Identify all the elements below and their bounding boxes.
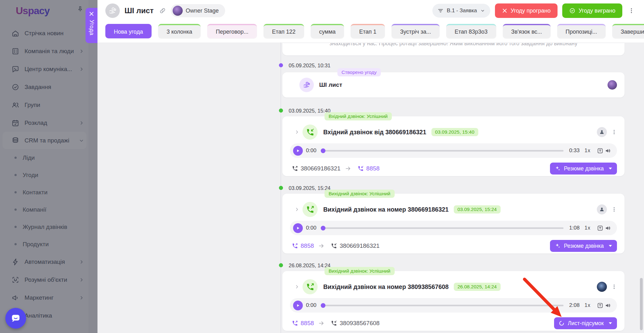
phone-in-icon bbox=[331, 320, 337, 326]
call-summary-button[interactable]: Резюме дзвінка bbox=[550, 163, 617, 175]
avatar bbox=[608, 80, 617, 90]
outgoing-call-icon bbox=[303, 202, 318, 217]
stage-chip[interactable]: Зв'язок вс... bbox=[503, 24, 551, 38]
play-button[interactable] bbox=[293, 146, 303, 156]
seek-bar[interactable] bbox=[321, 227, 564, 229]
expand-icon[interactable] bbox=[294, 130, 299, 135]
volume-icon[interactable] bbox=[605, 302, 611, 309]
phone-out-icon bbox=[292, 165, 298, 172]
owner-chip[interactable]: Owner Stage bbox=[171, 4, 225, 17]
seek-knob[interactable] bbox=[321, 226, 325, 230]
arrow-right-icon bbox=[318, 243, 325, 249]
deal-title-row: ШІ лист Owner Stage В.1 - Заявка Угоду п… bbox=[97, 0, 644, 19]
phone-number-to[interactable]: 8858 bbox=[358, 165, 380, 172]
copy-link-icon[interactable] bbox=[159, 7, 166, 14]
seek-bar[interactable] bbox=[321, 150, 564, 152]
deal-icon bbox=[299, 78, 314, 92]
page-title: ШІ лист bbox=[125, 6, 154, 15]
check-circle-icon bbox=[569, 8, 575, 14]
stage-chip[interactable]: 3 колонка bbox=[158, 24, 201, 38]
phone-number-to[interactable]: 380669186321 bbox=[331, 242, 380, 249]
call-title: Вихідний дзвінок на номер 380669186321 bbox=[323, 206, 449, 213]
stage-chip[interactable]: Етап 83р3о3 bbox=[446, 24, 496, 38]
modal-backdrop[interactable] bbox=[0, 0, 97, 333]
call-datetime-pill: 03.09.2025, 15:40 bbox=[431, 128, 478, 136]
transcript-icon[interactable] bbox=[597, 302, 603, 309]
deal-panel-tab[interactable]: Угода bbox=[86, 8, 97, 43]
current-time: 0:00 bbox=[306, 225, 316, 231]
playback-speed[interactable]: 1x bbox=[585, 302, 591, 308]
volume-icon[interactable] bbox=[605, 147, 611, 154]
volume-icon[interactable] bbox=[605, 225, 611, 231]
kebab-menu-icon[interactable] bbox=[611, 284, 617, 290]
clipped-text: знаходиться у нас. Процес ротації заверш… bbox=[282, 43, 625, 47]
timeline-dot bbox=[279, 108, 283, 113]
stage-chip[interactable]: сумма bbox=[311, 24, 344, 38]
phone-in-icon bbox=[331, 243, 337, 249]
pipeline-stages: Нова угода 3 колонка Переговор... Етап 1… bbox=[97, 19, 644, 42]
seek-knob[interactable] bbox=[321, 303, 325, 308]
phone-number-from[interactable]: 8858 bbox=[292, 320, 314, 327]
call-datetime-pill: 03.09.2025, 15:24 bbox=[454, 205, 501, 214]
deal-tab-label: Угода bbox=[88, 20, 95, 35]
funnel-select[interactable]: В.1 - Заявка bbox=[432, 4, 490, 18]
playback-speed[interactable]: 1x bbox=[585, 148, 591, 153]
transcript-icon[interactable] bbox=[597, 147, 603, 154]
timeline-date: 05.09.2025, 10:31 bbox=[282, 62, 625, 69]
ai-sparkles-icon bbox=[554, 165, 561, 172]
kebab-menu-icon[interactable] bbox=[611, 129, 617, 135]
play-button[interactable] bbox=[293, 301, 303, 310]
arrow-right-icon bbox=[318, 320, 325, 326]
stage-chip[interactable]: Етап 1 bbox=[351, 24, 385, 38]
expand-icon[interactable] bbox=[294, 207, 299, 212]
deal-header: ШІ лист Owner Stage В.1 - Заявка Угоду п… bbox=[97, 0, 644, 42]
summary-letter-button[interactable]: Лист-підсумок bbox=[554, 317, 617, 329]
stage-chip[interactable]: Переговор... bbox=[207, 24, 257, 38]
phone-out-icon bbox=[292, 243, 298, 249]
kebab-menu-icon[interactable] bbox=[627, 6, 636, 15]
phone-number-from[interactable]: 380669186321 bbox=[292, 165, 341, 172]
loading-icon bbox=[558, 320, 565, 326]
seek-knob[interactable] bbox=[321, 148, 325, 153]
kebab-menu-icon[interactable] bbox=[611, 207, 617, 212]
current-time: 0:00 bbox=[306, 147, 316, 154]
audio-player: 0:00 0:33 1x bbox=[290, 143, 617, 158]
call-summary-button[interactable]: Резюме дзвінка bbox=[550, 240, 617, 252]
filter-icon bbox=[437, 8, 444, 14]
transcript-icon[interactable] bbox=[597, 225, 603, 231]
stage-chip[interactable]: Етап 122 bbox=[264, 24, 304, 38]
timeline-dot bbox=[279, 186, 283, 190]
stage-chip[interactable]: Завершити... bbox=[612, 24, 644, 38]
play-button[interactable] bbox=[293, 223, 303, 233]
avatar bbox=[597, 282, 607, 292]
chat-bubble-icon bbox=[10, 312, 22, 324]
seek-bar[interactable] bbox=[321, 305, 564, 306]
event-badge: Вхідний дзвінок: Успішний bbox=[325, 112, 392, 120]
call-card: Вихідний дзвінок: Успішний Вихідний дзві… bbox=[282, 194, 625, 253]
deal-lost-button[interactable]: Угоду програно bbox=[495, 3, 558, 18]
dropdown-caret-icon[interactable] bbox=[609, 322, 612, 324]
duration: 1:08 bbox=[569, 225, 580, 231]
deal-panel: ШІ лист Owner Stage В.1 - Заявка Угоду п… bbox=[97, 0, 644, 333]
dropdown-caret-icon[interactable] bbox=[609, 245, 612, 247]
stage-chip[interactable]: Пропозиці... bbox=[557, 24, 606, 38]
stage-chip[interactable]: Зустріч за... bbox=[391, 24, 440, 38]
phone-number-from[interactable]: 8858 bbox=[292, 242, 314, 249]
dropdown-caret-icon[interactable] bbox=[609, 168, 612, 169]
call-title: Вихідний дзвінок на номер 380938567608 bbox=[323, 283, 449, 291]
phone-number-to[interactable]: 380938567608 bbox=[331, 320, 380, 327]
call-datetime-pill: 26.08.2025, 14:24 bbox=[454, 283, 501, 291]
funnel-select-value: В.1 - Заявка bbox=[447, 8, 477, 14]
duration: 0:33 bbox=[569, 147, 580, 154]
timeline-area: знаходиться у нас. Процес ротації заверш… bbox=[97, 42, 644, 333]
expand-icon[interactable] bbox=[294, 284, 299, 289]
created-deal-card: Створено угоду ШІ лист bbox=[282, 72, 625, 97]
deal-won-button[interactable]: Угоду виграно bbox=[562, 3, 622, 18]
phone-out-icon bbox=[292, 320, 298, 326]
playback-speed[interactable]: 1x bbox=[585, 225, 591, 231]
stage-chip[interactable]: Нова угода bbox=[105, 24, 152, 38]
owner-avatar bbox=[173, 6, 183, 16]
close-icon[interactable] bbox=[89, 11, 94, 17]
scrollbar-thumb[interactable] bbox=[640, 278, 643, 330]
support-chat-button[interactable] bbox=[5, 308, 26, 329]
